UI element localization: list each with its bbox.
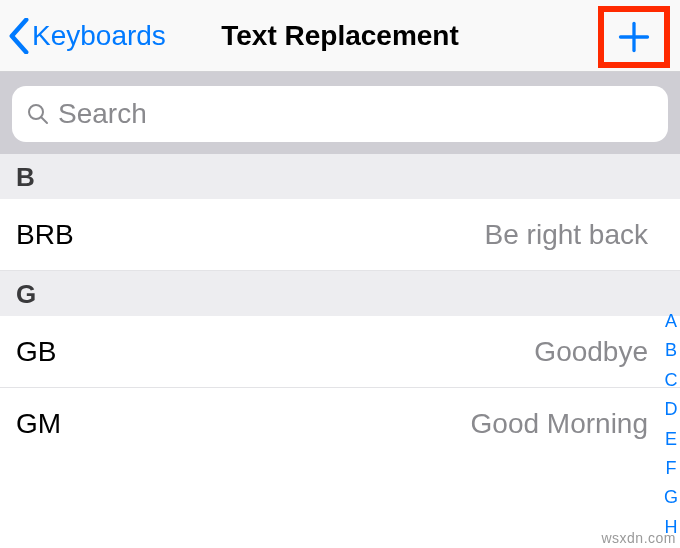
nav-bar: Keyboards Text Replacement	[0, 0, 680, 72]
index-letter[interactable]: C	[664, 369, 677, 392]
phrase-text: Good Morning	[471, 408, 648, 440]
index-letter[interactable]: G	[664, 486, 678, 509]
back-button[interactable]: Keyboards	[0, 18, 166, 54]
shortcut-text: BRB	[16, 219, 74, 251]
list-item[interactable]: GM Good Morning	[0, 388, 680, 460]
index-letter[interactable]: F	[665, 457, 676, 480]
shortcut-text: GM	[16, 408, 61, 440]
svg-line-3	[41, 117, 47, 123]
index-letter[interactable]: E	[665, 428, 677, 451]
list-item[interactable]: GB Goodbye	[0, 316, 680, 388]
watermark: wsxdn.com	[601, 530, 676, 546]
index-letter[interactable]: A	[665, 310, 677, 333]
alpha-index[interactable]: A B C D E F G H	[664, 310, 678, 539]
index-letter[interactable]: D	[664, 398, 677, 421]
search-field[interactable]	[12, 86, 668, 142]
back-label: Keyboards	[32, 20, 166, 52]
phrase-text: Goodbye	[534, 336, 648, 368]
section-header: G	[0, 271, 680, 316]
plus-icon	[616, 19, 652, 55]
search-input[interactable]	[58, 98, 654, 130]
replacement-list: B BRB Be right back G GB Goodbye GM Good…	[0, 154, 680, 460]
add-button[interactable]	[598, 6, 670, 68]
page-title: Text Replacement	[221, 20, 459, 52]
chevron-left-icon	[8, 18, 30, 54]
search-icon	[26, 102, 50, 126]
section-header: B	[0, 154, 680, 199]
list-item[interactable]: BRB Be right back	[0, 199, 680, 271]
search-area	[0, 72, 680, 154]
phrase-text: Be right back	[485, 219, 648, 251]
index-letter[interactable]: B	[665, 339, 677, 362]
shortcut-text: GB	[16, 336, 56, 368]
